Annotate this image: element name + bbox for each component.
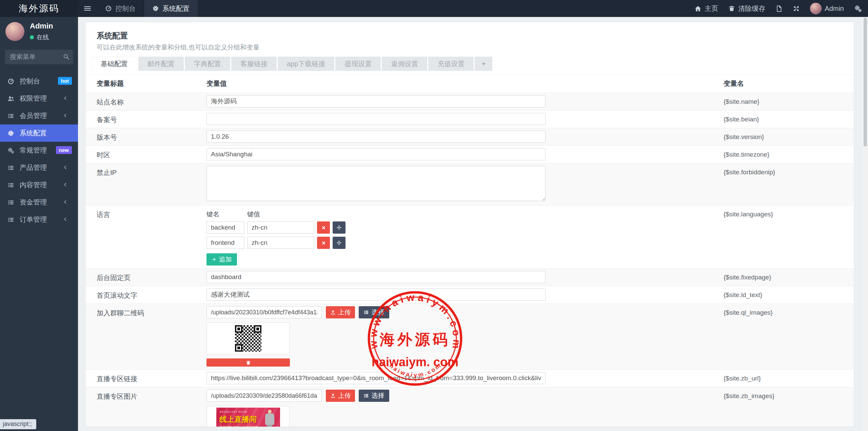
upload-icon bbox=[330, 393, 336, 398]
append-button[interactable]: 追加 bbox=[206, 253, 237, 266]
live-zone-url-input[interactable] bbox=[206, 372, 546, 384]
sidebar-item-content[interactable]: 内容管理 bbox=[0, 176, 78, 194]
chevron-left-icon bbox=[63, 165, 68, 170]
fullscreen-button[interactable] bbox=[793, 5, 800, 12]
sidebar-item-members[interactable]: 会员管理 bbox=[0, 107, 78, 124]
banner-person-figure bbox=[264, 410, 275, 427]
qr-image-path-input[interactable] bbox=[206, 306, 322, 318]
append-label: 追加 bbox=[219, 255, 232, 264]
list-icon bbox=[363, 310, 369, 315]
row-variable: {$site.fixedpage} bbox=[724, 269, 854, 281]
tab-app-download-link[interactable]: app下载链接 bbox=[278, 57, 334, 71]
delete-image-button[interactable] bbox=[206, 358, 290, 367]
tab-rebate-settings[interactable]: 返佣设置 bbox=[382, 57, 427, 71]
plus-icon bbox=[212, 257, 217, 262]
chevron-left-icon bbox=[63, 217, 68, 222]
drag-pair-button[interactable] bbox=[333, 221, 346, 234]
kv-headers: 键名 键值 bbox=[206, 208, 724, 221]
sidebar-toggle-button[interactable] bbox=[78, 0, 97, 17]
sidebar-item-label: 资金管理 bbox=[20, 198, 47, 207]
banner-subtitle-text: 直播盛宴 每晚七点 不见不散 bbox=[220, 425, 258, 427]
version-input[interactable] bbox=[206, 131, 546, 143]
chevron-left-icon bbox=[63, 96, 68, 101]
beian-input[interactable] bbox=[206, 113, 546, 125]
topbar-tab-system-config[interactable]: 系统配置 bbox=[144, 0, 198, 17]
sidebar: Admin 在线 控制台 hot 权限管理 会员管理 系统配置 常规管理 bbox=[0, 17, 78, 431]
upload-button[interactable]: 上传 bbox=[326, 390, 355, 402]
sidebar-item-funds[interactable]: 资金管理 bbox=[0, 194, 78, 211]
remove-pair-button[interactable] bbox=[317, 237, 330, 249]
tab-support-link[interactable]: 客服链接 bbox=[231, 57, 277, 71]
language-value-input[interactable] bbox=[247, 221, 314, 234]
choose-label: 选择 bbox=[371, 391, 384, 400]
column-header-value: 变量值 bbox=[206, 75, 724, 93]
row-variable: {$site.ql_images} bbox=[724, 304, 854, 316]
sidebar-item-products[interactable]: 产品管理 bbox=[0, 159, 78, 176]
tab-basic-config[interactable]: 基础配置 bbox=[91, 57, 137, 71]
document-icon bbox=[775, 5, 783, 12]
sidebar-item-console[interactable]: 控制台 hot bbox=[0, 73, 78, 90]
search-icon[interactable] bbox=[63, 53, 70, 60]
sidebar-item-label: 控制台 bbox=[20, 77, 40, 86]
avatar[interactable] bbox=[5, 22, 24, 41]
sidebar-item-label: 订单管理 bbox=[20, 215, 47, 224]
new-badge: new bbox=[56, 146, 72, 154]
row-variable: {$site.zb_url} bbox=[724, 370, 854, 382]
sidebar-item-orders[interactable]: 订单管理 bbox=[0, 211, 78, 228]
list-icon bbox=[7, 164, 14, 171]
forbidden-ip-textarea[interactable] bbox=[206, 166, 546, 201]
page-subtitle: 可以在此增改系统的变量和分组,也可以自定义分组和变量 bbox=[86, 41, 854, 52]
sidebar-item-system-config[interactable]: 系统配置 bbox=[0, 124, 78, 142]
sidebar-item-permissions[interactable]: 权限管理 bbox=[0, 90, 78, 107]
row-label: 备案号 bbox=[97, 111, 206, 128]
tab-withdraw-settings[interactable]: 提现设置 bbox=[335, 57, 381, 71]
list-icon bbox=[7, 216, 14, 223]
language-value-input[interactable] bbox=[247, 237, 314, 249]
language-doc-button[interactable] bbox=[775, 5, 783, 12]
live-banner-image[interactable]: BROADCAST ROOM 线上直播间 直播盛宴 每晚七点 不见不散 bbox=[216, 408, 280, 427]
home-button[interactable]: 主页 bbox=[694, 4, 718, 13]
qr-finder bbox=[235, 344, 242, 352]
remove-pair-button[interactable] bbox=[317, 221, 330, 234]
table-row: 直播专区链接 {$site.zb_url} bbox=[86, 370, 854, 387]
settings-button[interactable] bbox=[854, 5, 862, 13]
scrollbar-thumb[interactable] bbox=[864, 18, 867, 146]
clear-cache-button[interactable]: 清除缓存 bbox=[728, 4, 765, 13]
choose-button[interactable]: 选择 bbox=[359, 306, 389, 318]
language-key-input[interactable] bbox=[206, 221, 244, 234]
sidebar-item-general[interactable]: 常规管理 new bbox=[0, 142, 78, 159]
language-key-input[interactable] bbox=[206, 237, 244, 249]
gears-icon bbox=[854, 5, 862, 13]
fixed-page-input[interactable] bbox=[206, 271, 546, 283]
list-icon bbox=[7, 199, 14, 206]
timezone-input[interactable] bbox=[206, 148, 546, 160]
choose-button[interactable]: 选择 bbox=[359, 390, 389, 402]
gear-icon bbox=[152, 5, 159, 12]
vertical-scrollbar[interactable] bbox=[863, 17, 868, 431]
table-row: 语言 键名 键值 bbox=[86, 205, 854, 269]
add-tab-button[interactable]: + bbox=[475, 57, 492, 71]
sidebar-item-label: 内容管理 bbox=[20, 180, 47, 190]
table-row: 首页滚动文字 {$site.ld_text} bbox=[86, 286, 854, 304]
user-menu[interactable]: Admin bbox=[810, 3, 844, 14]
tab-recharge-settings[interactable]: 充值设置 bbox=[428, 57, 474, 71]
scroll-text-input[interactable] bbox=[206, 289, 546, 301]
drag-pair-button[interactable] bbox=[333, 237, 346, 249]
row-label: 加入群聊二维码 bbox=[97, 304, 206, 321]
choose-label: 选择 bbox=[371, 308, 384, 317]
table-row: 加入群聊二维码 上传 选择 bbox=[86, 304, 854, 370]
kv-value-header: 键值 bbox=[247, 210, 314, 219]
user-panel: Admin 在线 bbox=[0, 17, 78, 46]
row-label: 时区 bbox=[97, 146, 206, 163]
upload-button[interactable]: 上传 bbox=[326, 306, 355, 318]
upload-label: 上传 bbox=[338, 391, 351, 400]
qr-code-image[interactable] bbox=[234, 324, 262, 353]
topbar-tab-console[interactable]: 控制台 bbox=[97, 0, 144, 17]
live-image-path-input[interactable] bbox=[206, 390, 322, 402]
site-name-input[interactable] bbox=[206, 95, 546, 107]
home-icon bbox=[694, 5, 702, 12]
sidebar-item-label: 权限管理 bbox=[20, 94, 47, 103]
tab-dictionary-config[interactable]: 字典配置 bbox=[185, 57, 230, 71]
move-icon bbox=[336, 225, 342, 230]
tab-mail-config[interactable]: 邮件配置 bbox=[138, 57, 184, 71]
